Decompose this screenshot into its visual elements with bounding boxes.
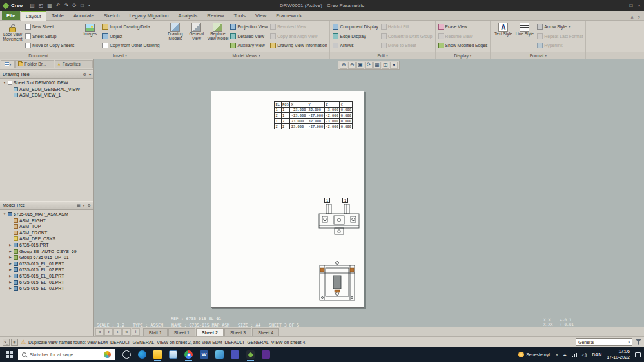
tab-view[interactable]: View: [251, 11, 271, 20]
language-indicator[interactable]: DAN: [592, 352, 601, 357]
tree-item-el-01-prt[interactable]: ▶ 6735-015_EL_01.PRT: [0, 279, 93, 285]
tree-item-asm-edm-general-view[interactable]: ASM_EDM_GENERAL_VIEW: [0, 86, 93, 93]
add-sheet-button[interactable]: +: [132, 328, 140, 336]
expander-icon[interactable]: ▶: [8, 268, 12, 271]
zoom-in-icon[interactable]: ⊕: [340, 62, 347, 69]
show-modified-edges-button[interactable]: Show Modified Edges: [438, 41, 489, 50]
last-sheet-button[interactable]: »: [122, 328, 131, 336]
minimize-ribbon-icon[interactable]: ∧: [630, 15, 634, 20]
object-button[interactable]: Object: [102, 32, 160, 41]
move-or-copy-sheets-button[interactable]: Move or Copy Sheets: [24, 41, 75, 50]
chrome-icon[interactable]: [184, 350, 193, 359]
convert-to-draft-group-button[interactable]: Convert to Draft Group: [380, 32, 433, 41]
next-sheet-button[interactable]: ›: [113, 328, 122, 336]
replace-view-model-button[interactable]: Replace View Model: [207, 21, 228, 51]
vs-icon[interactable]: [262, 350, 270, 359]
repeat-last-format-button[interactable]: Repeat Last Format: [536, 32, 583, 41]
tab-annotate[interactable]: Annotate: [69, 11, 99, 20]
expander-icon[interactable]: ▼: [3, 213, 6, 216]
tree-settings-icon[interactable]: ⚙: [83, 72, 86, 77]
images-button[interactable]: Images: [79, 21, 101, 51]
balloon-label[interactable]: 1: [342, 198, 348, 203]
sheet-setup-button[interactable]: Sheet Setup: [24, 32, 75, 41]
tab-framework[interactable]: Framework: [271, 11, 306, 20]
balloon-label[interactable]: 1: [324, 198, 330, 203]
expander-icon[interactable]: ▶: [8, 274, 12, 278]
sheet-tab-sheet-1[interactable]: Sheet 1: [168, 328, 195, 336]
revolved-view-button[interactable]: Revolved View: [269, 23, 327, 31]
hyperlink-button[interactable]: Hyperlink: [536, 41, 583, 50]
save-button[interactable]: ▦: [47, 3, 52, 8]
expander-icon[interactable]: ▼: [3, 81, 6, 84]
tree-item-asm-def-csys[interactable]: ASM_DEF_CSYS: [0, 236, 93, 242]
new-sheet-button[interactable]: New Sheet: [24, 23, 75, 31]
new-file-button[interactable]: ▤: [30, 3, 35, 8]
tab-tools[interactable]: Tools: [229, 11, 250, 20]
minimize-button[interactable]: –: [621, 3, 624, 8]
redo-button[interactable]: ↷: [64, 3, 69, 8]
tree-item-asm-front[interactable]: ASM_FRONT: [0, 230, 93, 236]
tree-settings-icon[interactable]: ⚙: [88, 203, 91, 207]
tree-item-sheet-3[interactable]: ▼ Sheet 3 of DRW0001.DRW: [0, 80, 93, 86]
tree-item-el-02-prt[interactable]: ▶ 6735-015_EL_02.PRT: [0, 267, 93, 273]
expander-icon[interactable]: ▶: [8, 281, 12, 284]
line-style-button[interactable]: Line Style: [514, 21, 535, 51]
explorer-icon[interactable]: [153, 350, 162, 359]
maximize-button[interactable]: □: [629, 3, 632, 8]
drawing-view-bottom[interactable]: [317, 260, 357, 303]
drawing-models-button[interactable]: Drawing Models: [164, 21, 186, 51]
cortana-icon[interactable]: [122, 350, 131, 359]
edge-display-button[interactable]: Edge Display: [332, 32, 378, 41]
drawing-view-top[interactable]: [317, 204, 361, 236]
onedrive-icon[interactable]: ☁: [562, 352, 567, 357]
erase-view-button[interactable]: Erase View: [438, 23, 489, 31]
tree-collapse-icon[interactable]: ▾: [89, 72, 91, 77]
expander-icon[interactable]: ▶: [8, 256, 12, 259]
tree-item-6735-015-prt[interactable]: ▶ 6735-015.PRT: [0, 242, 93, 249]
close-button[interactable]: ×: [638, 3, 641, 8]
tray-expand-icon[interactable]: ∧: [555, 352, 558, 357]
edge-icon[interactable]: [138, 350, 146, 359]
general-view-button[interactable]: General View: [186, 21, 207, 51]
tab-review[interactable]: Review: [202, 11, 228, 20]
photos-icon[interactable]: [215, 350, 224, 359]
group-label-insert[interactable]: Insert: [77, 52, 162, 59]
action-center-icon[interactable]: [635, 352, 641, 357]
outlook-icon[interactable]: [169, 350, 177, 359]
tab-folder-browser[interactable]: Folder Br...: [15, 60, 54, 68]
lock-view-movement-button[interactable]: Lock View Movement: [2, 21, 23, 51]
creo-icon[interactable]: [246, 350, 255, 359]
coordinate-table[interactable]: ELPOSXYZC 1 1 -23.000 32.000 -3.000 0.00…: [274, 101, 353, 129]
word-icon[interactable]: [200, 350, 208, 359]
volume-icon[interactable]: ◁): [582, 352, 587, 357]
network-icon[interactable]: [572, 352, 576, 357]
expander-icon[interactable]: ▶: [8, 243, 12, 247]
tree-item-el-01-prt[interactable]: ▶ 6735-015_EL_01.PRT: [0, 261, 93, 267]
import-drawing-data-button[interactable]: Import Drawing/Data: [102, 23, 160, 31]
tab-sketch[interactable]: Sketch: [99, 11, 124, 20]
tree-item-group-6735-015-op-01[interactable]: ▶ Group 6735-015_OP_01: [0, 254, 93, 261]
tab-legacy-migration[interactable]: Legacy Migration: [124, 11, 173, 20]
undo-button[interactable]: ↶: [56, 3, 61, 8]
zoom-out-icon[interactable]: ⊖: [348, 62, 356, 69]
expander-icon[interactable]: ▶: [8, 287, 12, 290]
tree-item-map-asm[interactable]: ▼ 6735-015_MAP_ASM.ASM: [0, 211, 93, 218]
sheet-tab-sheet-3[interactable]: Sheet 3: [224, 328, 251, 336]
help-icon[interactable]: ?: [638, 15, 640, 20]
sheet-tab-sheet-2[interactable]: Sheet 2: [196, 328, 224, 336]
tab-file[interactable]: File: [2, 11, 20, 20]
drawing-canvas[interactable]: ⊕⊖▣⟳▦◫▾ ELPOSXYZC 1 1: [94, 59, 644, 327]
projection-view-button[interactable]: Projection View: [229, 23, 268, 31]
regenerate-button[interactable]: ⟳: [72, 3, 77, 8]
teams-icon[interactable]: [231, 350, 239, 359]
display-style-icon[interactable]: ▦: [373, 62, 381, 69]
datum-display-icon[interactable]: ◫: [382, 62, 389, 69]
taskbar-search[interactable]: Skriv her for at søge: [18, 349, 115, 360]
component-display-button[interactable]: Component Display: [332, 23, 378, 31]
filter-icon[interactable]: [636, 339, 641, 345]
drawing-sheet[interactable]: ELPOSXYZC 1 1 -23.000 32.000 -3.000 0.00…: [211, 91, 364, 308]
arrows-button[interactable]: Arrows: [332, 41, 378, 50]
tree-item-el-01-prt[interactable]: ▶ 6735-015_EL_01.PRT: [0, 273, 93, 280]
tab-analysis[interactable]: Analysis: [173, 11, 202, 20]
text-style-button[interactable]: A Text Style: [493, 21, 514, 51]
